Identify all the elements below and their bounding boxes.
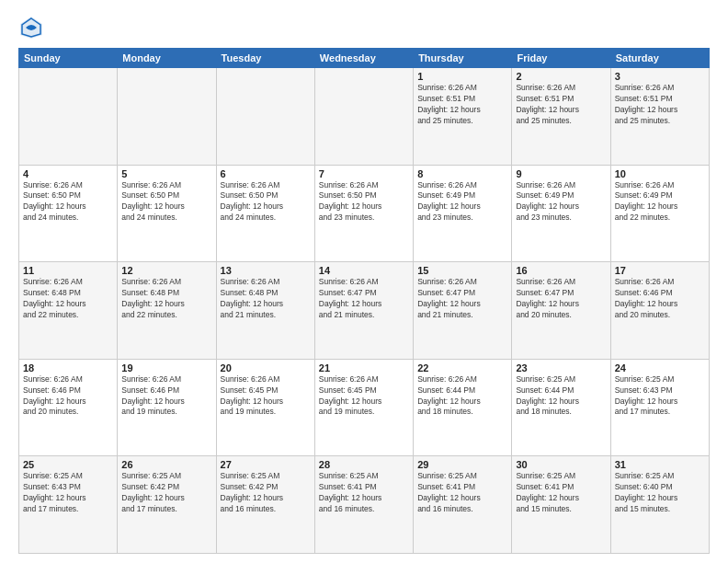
- calendar-day-header: Tuesday: [216, 49, 314, 68]
- day-number: 7: [319, 168, 409, 179]
- calendar-day-header: Saturday: [610, 49, 709, 68]
- day-info: Sunrise: 6:26 AM Sunset: 6:49 PM Dayligh…: [516, 180, 606, 224]
- day-info: Sunrise: 6:26 AM Sunset: 6:48 PM Dayligh…: [221, 277, 311, 321]
- day-number: 2: [516, 71, 606, 82]
- calendar-cell: 23Sunrise: 6:25 AM Sunset: 6:44 PM Dayli…: [512, 359, 610, 456]
- logo: [18, 15, 48, 40]
- day-number: 25: [23, 459, 113, 470]
- day-number: 11: [23, 265, 113, 276]
- day-info: Sunrise: 6:26 AM Sunset: 6:45 PM Dayligh…: [221, 374, 311, 419]
- calendar-day-header: Friday: [512, 49, 610, 68]
- day-info: Sunrise: 6:26 AM Sunset: 6:48 PM Dayligh…: [121, 277, 211, 321]
- day-info: Sunrise: 6:26 AM Sunset: 6:49 PM Dayligh…: [417, 180, 507, 224]
- day-number: 17: [615, 265, 705, 276]
- day-info: Sunrise: 6:25 AM Sunset: 6:41 PM Dayligh…: [516, 471, 606, 515]
- calendar-cell: 15Sunrise: 6:26 AM Sunset: 6:47 PM Dayli…: [414, 262, 512, 360]
- day-info: Sunrise: 6:26 AM Sunset: 6:47 PM Dayligh…: [319, 277, 409, 321]
- calendar-cell: 4Sunrise: 6:26 AM Sunset: 6:50 PM Daylig…: [19, 165, 118, 262]
- calendar-cell: 12Sunrise: 6:26 AM Sunset: 6:48 PM Dayli…: [118, 262, 216, 360]
- calendar-cell: [314, 68, 413, 166]
- calendar-cell: 10Sunrise: 6:26 AM Sunset: 6:49 PM Dayli…: [610, 165, 709, 262]
- calendar-week-row: 18Sunrise: 6:26 AM Sunset: 6:46 PM Dayli…: [19, 359, 710, 456]
- calendar-cell: 14Sunrise: 6:26 AM Sunset: 6:47 PM Dayli…: [314, 262, 413, 360]
- day-info: Sunrise: 6:26 AM Sunset: 6:50 PM Dayligh…: [23, 180, 113, 224]
- calendar-cell: 28Sunrise: 6:25 AM Sunset: 6:41 PM Dayli…: [314, 456, 413, 554]
- day-number: 13: [221, 265, 311, 276]
- day-number: 27: [221, 459, 311, 470]
- calendar-cell: [118, 68, 216, 166]
- day-info: Sunrise: 6:25 AM Sunset: 6:44 PM Dayligh…: [516, 374, 606, 419]
- calendar-cell: 6Sunrise: 6:26 AM Sunset: 6:50 PM Daylig…: [216, 165, 314, 262]
- calendar-table: SundayMondayTuesdayWednesdayThursdayFrid…: [18, 48, 710, 554]
- calendar-cell: 3Sunrise: 6:26 AM Sunset: 6:51 PM Daylig…: [610, 68, 709, 166]
- day-number: 19: [121, 362, 211, 373]
- day-number: 10: [615, 168, 705, 179]
- day-number: 29: [417, 459, 507, 470]
- calendar-week-row: 4Sunrise: 6:26 AM Sunset: 6:50 PM Daylig…: [19, 165, 710, 262]
- calendar-cell: 25Sunrise: 6:25 AM Sunset: 6:43 PM Dayli…: [19, 456, 118, 554]
- day-info: Sunrise: 6:26 AM Sunset: 6:51 PM Dayligh…: [516, 83, 606, 127]
- calendar-cell: 31Sunrise: 6:25 AM Sunset: 6:40 PM Dayli…: [610, 456, 709, 554]
- day-number: 18: [23, 362, 113, 373]
- day-info: Sunrise: 6:25 AM Sunset: 6:41 PM Dayligh…: [319, 471, 409, 515]
- day-number: 15: [417, 265, 507, 276]
- day-number: 23: [516, 362, 606, 373]
- calendar-cell: 11Sunrise: 6:26 AM Sunset: 6:48 PM Dayli…: [19, 262, 118, 360]
- day-info: Sunrise: 6:25 AM Sunset: 6:40 PM Dayligh…: [615, 471, 705, 515]
- day-number: 22: [417, 362, 507, 373]
- day-number: 4: [23, 168, 113, 179]
- calendar-cell: 21Sunrise: 6:26 AM Sunset: 6:45 PM Dayli…: [314, 359, 413, 456]
- calendar-cell: 22Sunrise: 6:26 AM Sunset: 6:44 PM Dayli…: [414, 359, 512, 456]
- day-info: Sunrise: 6:26 AM Sunset: 6:45 PM Dayligh…: [319, 374, 409, 419]
- day-info: Sunrise: 6:25 AM Sunset: 6:42 PM Dayligh…: [121, 471, 211, 515]
- calendar-cell: 26Sunrise: 6:25 AM Sunset: 6:42 PM Dayli…: [118, 456, 216, 554]
- day-number: 14: [319, 265, 409, 276]
- calendar-day-header: Monday: [118, 49, 216, 68]
- calendar-cell: [216, 68, 314, 166]
- day-number: 3: [615, 71, 705, 82]
- day-number: 31: [615, 459, 705, 470]
- header: [18, 15, 710, 40]
- day-number: 24: [615, 362, 705, 373]
- calendar-cell: 19Sunrise: 6:26 AM Sunset: 6:46 PM Dayli…: [118, 359, 216, 456]
- day-info: Sunrise: 6:26 AM Sunset: 6:49 PM Dayligh…: [615, 180, 705, 224]
- day-number: 8: [417, 168, 507, 179]
- calendar-cell: 2Sunrise: 6:26 AM Sunset: 6:51 PM Daylig…: [512, 68, 610, 166]
- calendar-cell: 20Sunrise: 6:26 AM Sunset: 6:45 PM Dayli…: [216, 359, 314, 456]
- day-number: 16: [516, 265, 606, 276]
- day-info: Sunrise: 6:26 AM Sunset: 6:47 PM Dayligh…: [516, 277, 606, 321]
- day-info: Sunrise: 6:26 AM Sunset: 6:50 PM Dayligh…: [221, 180, 311, 224]
- day-info: Sunrise: 6:26 AM Sunset: 6:51 PM Dayligh…: [615, 83, 705, 127]
- calendar-week-row: 11Sunrise: 6:26 AM Sunset: 6:48 PM Dayli…: [19, 262, 710, 360]
- calendar-day-header: Wednesday: [314, 49, 413, 68]
- day-info: Sunrise: 6:26 AM Sunset: 6:50 PM Dayligh…: [319, 180, 409, 224]
- day-info: Sunrise: 6:26 AM Sunset: 6:44 PM Dayligh…: [417, 374, 507, 419]
- calendar-header-row: SundayMondayTuesdayWednesdayThursdayFrid…: [19, 49, 710, 68]
- day-info: Sunrise: 6:25 AM Sunset: 6:43 PM Dayligh…: [23, 471, 113, 515]
- calendar-cell: 7Sunrise: 6:26 AM Sunset: 6:50 PM Daylig…: [314, 165, 413, 262]
- calendar-cell: 27Sunrise: 6:25 AM Sunset: 6:42 PM Dayli…: [216, 456, 314, 554]
- day-number: 28: [319, 459, 409, 470]
- day-info: Sunrise: 6:26 AM Sunset: 6:48 PM Dayligh…: [23, 277, 113, 321]
- day-info: Sunrise: 6:26 AM Sunset: 6:46 PM Dayligh…: [615, 277, 705, 321]
- calendar-cell: 16Sunrise: 6:26 AM Sunset: 6:47 PM Dayli…: [512, 262, 610, 360]
- calendar-week-row: 1Sunrise: 6:26 AM Sunset: 6:51 PM Daylig…: [19, 68, 710, 166]
- calendar-cell: 18Sunrise: 6:26 AM Sunset: 6:46 PM Dayli…: [19, 359, 118, 456]
- calendar-cell: 1Sunrise: 6:26 AM Sunset: 6:51 PM Daylig…: [414, 68, 512, 166]
- day-info: Sunrise: 6:26 AM Sunset: 6:50 PM Dayligh…: [121, 180, 211, 224]
- day-info: Sunrise: 6:25 AM Sunset: 6:42 PM Dayligh…: [221, 471, 311, 515]
- calendar-cell: 29Sunrise: 6:25 AM Sunset: 6:41 PM Dayli…: [414, 456, 512, 554]
- day-info: Sunrise: 6:25 AM Sunset: 6:41 PM Dayligh…: [417, 471, 507, 515]
- day-number: 20: [221, 362, 311, 373]
- calendar-day-header: Sunday: [19, 49, 118, 68]
- calendar-cell: 9Sunrise: 6:26 AM Sunset: 6:49 PM Daylig…: [512, 165, 610, 262]
- day-number: 9: [516, 168, 606, 179]
- calendar-day-header: Thursday: [414, 49, 512, 68]
- day-info: Sunrise: 6:26 AM Sunset: 6:47 PM Dayligh…: [417, 277, 507, 321]
- calendar-cell: 24Sunrise: 6:25 AM Sunset: 6:43 PM Dayli…: [610, 359, 709, 456]
- calendar-cell: 17Sunrise: 6:26 AM Sunset: 6:46 PM Dayli…: [610, 262, 709, 360]
- day-info: Sunrise: 6:26 AM Sunset: 6:46 PM Dayligh…: [23, 374, 113, 419]
- calendar-cell: 8Sunrise: 6:26 AM Sunset: 6:49 PM Daylig…: [414, 165, 512, 262]
- day-number: 30: [516, 459, 606, 470]
- day-number: 5: [121, 168, 211, 179]
